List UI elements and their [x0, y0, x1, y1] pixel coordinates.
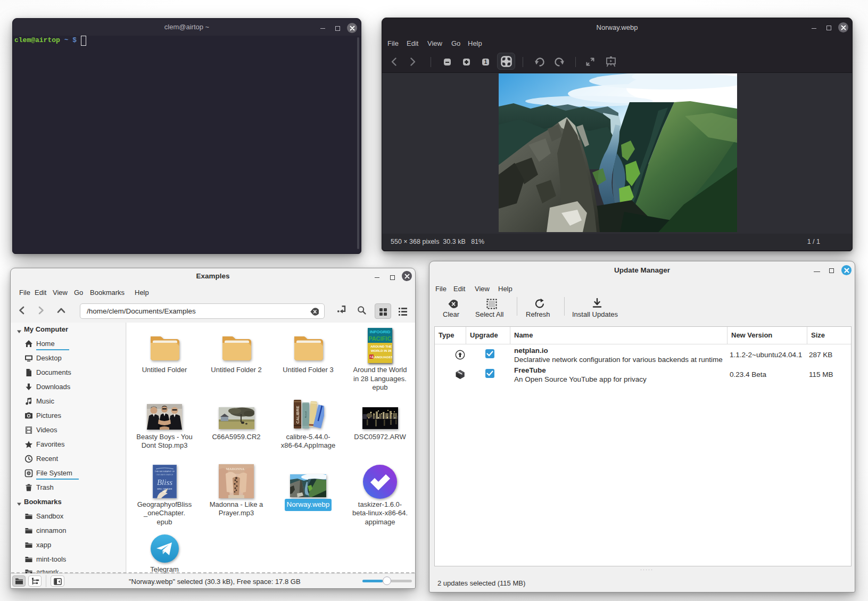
svg-text:WORLD IN 28: WORLD IN 28: [371, 349, 392, 352]
svg-text:LANGUAGES: LANGUAGES: [373, 356, 392, 359]
svg-text:Bliss: Bliss: [156, 478, 172, 487]
svg-text:Novel: Novel: [304, 411, 307, 418]
svg-text:MADONNA: MADONNA: [226, 467, 245, 471]
svg-text:AROUND THE: AROUND THE: [370, 345, 392, 348]
svg-text:ERIC WEINER: ERIC WEINER: [157, 488, 172, 490]
svg-text:INFOGRID: INFOGRID: [369, 330, 390, 334]
svg-text:THE GEOGRAPHY OF: THE GEOGRAPHY OF: [154, 471, 175, 473]
svg-text:PACIFIC: PACIFIC: [368, 335, 391, 342]
svg-text:ONE MAN'S SEARCH: ONE MAN'S SEARCH: [156, 474, 173, 476]
svg-text:CALIBRE: CALIBRE: [295, 406, 300, 423]
